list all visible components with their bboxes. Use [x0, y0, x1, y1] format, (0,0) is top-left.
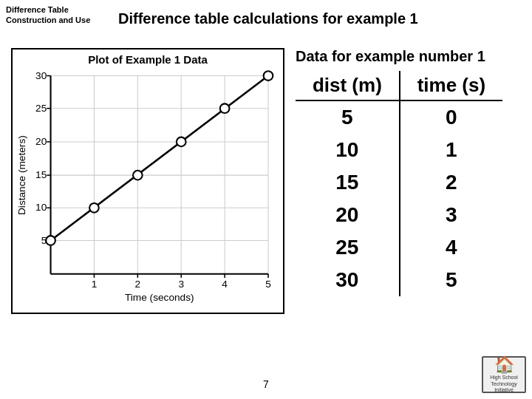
time-cell: 4 [400, 231, 502, 264]
col-dist-header: dist (m) [296, 71, 400, 100]
time-cell: 5 [400, 264, 502, 296]
data-table-body: 50101152203254305 [296, 100, 502, 296]
time-cell: 1 [400, 134, 502, 166]
svg-text:4: 4 [222, 279, 228, 290]
svg-point-40 [89, 203, 99, 213]
data-table: dist (m) time (s) 50101152203254305 [296, 71, 502, 296]
svg-text:25: 25 [35, 103, 47, 114]
svg-text:Time (seconds): Time (seconds) [125, 292, 194, 303]
data-section: Data for example number 1 dist (m) time … [296, 48, 517, 296]
table-row: 50 [296, 100, 502, 134]
svg-point-41 [133, 171, 143, 180]
svg-text:10: 10 [35, 202, 47, 213]
svg-text:1: 1 [92, 279, 98, 290]
svg-point-43 [220, 103, 230, 113]
plot-title: Plot of Example 1 Data [13, 50, 283, 68]
table-row: 101 [296, 134, 502, 166]
table-row: 203 [296, 199, 502, 231]
time-cell: 2 [400, 166, 502, 199]
svg-text:Distance (meters): Distance (meters) [16, 135, 27, 215]
svg-text:3: 3 [178, 279, 184, 290]
chart-area: 1 2 3 4 5 5 10 15 20 25 30 [13, 68, 283, 309]
title-line1: Difference Table [6, 5, 69, 14]
dist-cell: 15 [296, 166, 400, 199]
svg-point-44 [264, 71, 273, 81]
logo-area: 🏠 High SchoolTechnologyInitiative [482, 356, 526, 393]
table-row: 305 [296, 264, 502, 296]
table-row: 254 [296, 231, 502, 264]
svg-text:2: 2 [135, 279, 141, 290]
svg-point-42 [177, 137, 186, 147]
logo-box: 🏠 High SchoolTechnologyInitiative [482, 356, 526, 393]
table-row: 152 [296, 166, 502, 199]
top-left-title: Difference Table Construction and Use [6, 4, 90, 26]
dist-cell: 5 [296, 100, 400, 134]
dist-cell: 25 [296, 231, 400, 264]
chart-svg: 1 2 3 4 5 5 10 15 20 25 30 [13, 68, 283, 309]
col-time-header: time (s) [400, 71, 502, 100]
title-line2: Construction and Use [6, 16, 90, 24]
data-table-title: Data for example number 1 [296, 48, 517, 65]
dist-cell: 20 [296, 199, 400, 231]
plot-container: Plot of Example 1 Data [11, 48, 284, 314]
svg-point-39 [46, 236, 55, 245]
svg-line-38 [51, 76, 268, 241]
dist-cell: 10 [296, 134, 400, 166]
time-cell: 0 [400, 100, 502, 134]
main-title: Difference table calculations for exampl… [118, 10, 418, 27]
svg-text:30: 30 [35, 70, 47, 81]
dist-cell: 30 [296, 264, 400, 296]
page-number: 7 [263, 378, 269, 390]
svg-text:20: 20 [35, 136, 47, 147]
logo-house-icon: 🏠 [494, 355, 514, 375]
svg-text:5: 5 [265, 279, 271, 290]
svg-text:15: 15 [35, 169, 47, 180]
time-cell: 3 [400, 199, 502, 231]
logo-text: High SchoolTechnologyInitiative [490, 375, 518, 393]
